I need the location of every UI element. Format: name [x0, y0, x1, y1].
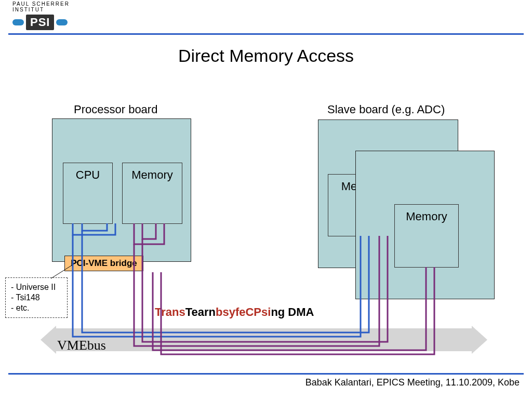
cpu-box: CPU [63, 163, 113, 224]
footer-rule [8, 373, 524, 375]
vmebus-arrow-right-icon [472, 326, 487, 354]
slide-title: Direct Memory Access [0, 46, 532, 66]
example-item: - Tsi148 [11, 292, 62, 303]
slave-board-label: Slave board (e.g. ADC) [327, 103, 445, 116]
transfer-text-tail: ng DMA [271, 305, 314, 318]
psi-logo: PAUL SCHERRER INSTITUT PSI [12, 1, 101, 31]
transfer-text-mid: Tearn [185, 305, 216, 318]
proc-memory-box: Memory [122, 163, 182, 224]
header-rule [8, 33, 524, 35]
logo-graphic: PSI [12, 14, 101, 31]
vmebus-arrow-left-icon [41, 326, 56, 354]
logo-caption: PAUL SCHERRER INSTITUT [12, 1, 101, 12]
transfer-caption: TransTearnbsyfeCPsing DMA [155, 305, 314, 319]
vmebus-label: VMEbus [57, 338, 106, 353]
footer-text: Babak Kalantari, EPICS Meeting, 11.10.20… [305, 377, 520, 388]
transfer-text-red1: Trans [155, 305, 185, 318]
vmebus [56, 328, 472, 351]
example-item: - Universe II [11, 282, 62, 292]
example-item: - etc. [11, 303, 62, 313]
bridge-examples-list: - Universe II - Tsi148 - etc. [5, 277, 68, 318]
transfer-text-red2: bsyfeCPsi [216, 305, 271, 318]
processor-board-label: Processor board [74, 103, 157, 116]
slave2-memory-box: Memory [394, 204, 459, 268]
pci-vme-bridge: PCI-VME bridge [64, 256, 143, 271]
logo-text: PSI [26, 15, 54, 30]
slave-board-2: Memory [355, 151, 495, 299]
processor-board: CPU Memory [52, 118, 191, 262]
